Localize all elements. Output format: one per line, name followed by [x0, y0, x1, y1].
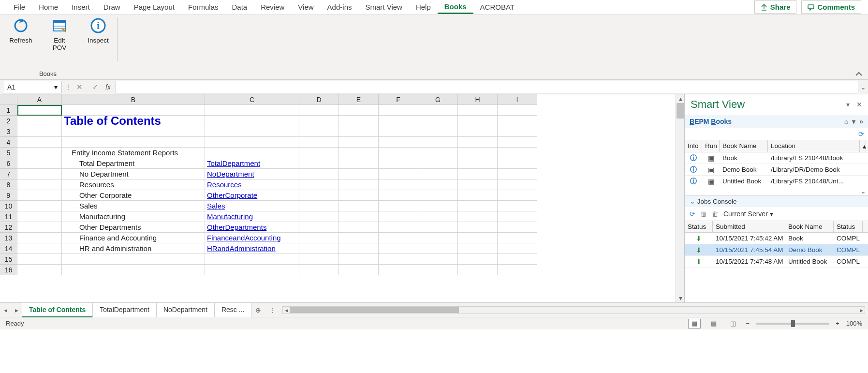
cell-C14[interactable]: HRandAdministration	[205, 243, 299, 254]
cell-A4[interactable]	[17, 137, 62, 148]
cell-G1[interactable]	[418, 105, 458, 116]
download-icon[interactable]: ⬇	[685, 235, 713, 242]
cell-H9[interactable]	[458, 190, 498, 201]
normal-view-icon[interactable]: ▦	[688, 319, 701, 328]
cell-I1[interactable]	[498, 105, 537, 116]
cell-G7[interactable]	[418, 169, 458, 179]
cell-F9[interactable]	[379, 190, 418, 201]
formula-input[interactable]	[116, 81, 858, 93]
cell-B12[interactable]: Other Departments	[62, 222, 205, 233]
cell-A16[interactable]	[17, 265, 62, 275]
cell-F11[interactable]	[379, 211, 418, 222]
cell-G14[interactable]	[418, 243, 458, 254]
cell-H16[interactable]	[458, 265, 498, 275]
cell-D9[interactable]	[299, 190, 339, 201]
cell-G15[interactable]	[418, 254, 458, 265]
info-icon[interactable]: ⓘ	[685, 165, 702, 174]
jobs-col-0[interactable]: Status	[685, 221, 713, 232]
cell-C7[interactable]: NoDepartment	[205, 169, 299, 179]
zoom-out-icon[interactable]: −	[746, 320, 750, 327]
cell-A12[interactable]	[17, 222, 62, 233]
cell-E15[interactable]	[339, 254, 379, 265]
cell-G3[interactable]	[418, 126, 458, 137]
row-header-1[interactable]: 1	[0, 105, 17, 116]
cell-A11[interactable]	[17, 211, 62, 222]
cell-F12[interactable]	[379, 222, 418, 233]
scroll-up-icon[interactable]: ▴	[676, 94, 685, 103]
sheet-tab-nodepartment[interactable]: NoDepartment	[156, 302, 215, 317]
book-row[interactable]: ⓘ ▣ Demo Book /Library/DR/Demo Book	[685, 164, 868, 176]
link[interactable]: HRandAdministration	[207, 244, 276, 253]
cell-G6[interactable]	[418, 158, 458, 169]
tab-data[interactable]: Data	[225, 1, 254, 13]
cell-G10[interactable]	[418, 201, 458, 211]
cell-H8[interactable]	[458, 179, 498, 190]
cell-E4[interactable]	[339, 137, 379, 148]
book-row[interactable]: ⓘ ▣ Book /Library/FS 210448/Book	[685, 152, 868, 164]
panel-close-icon[interactable]: ✕	[856, 101, 862, 108]
home-icon[interactable]: ⌂	[844, 118, 848, 125]
comments-button[interactable]: Comments	[801, 0, 861, 14]
row-header-11[interactable]: 11	[0, 211, 17, 222]
cell-E2[interactable]	[339, 116, 379, 126]
panel-options-icon[interactable]: ▾	[846, 101, 850, 108]
row-header-5[interactable]: 5	[0, 148, 17, 158]
row-header-7[interactable]: 7	[0, 169, 17, 179]
vscroll-thumb[interactable]	[677, 103, 684, 119]
cell-E11[interactable]	[339, 211, 379, 222]
tab-books[interactable]: Books	[438, 0, 473, 14]
cell-A6[interactable]	[17, 158, 62, 169]
cell-C5[interactable]	[205, 148, 299, 158]
column-header-A[interactable]: A	[17, 94, 62, 105]
tab-home[interactable]: Home	[32, 1, 65, 13]
cell-E10[interactable]	[339, 201, 379, 211]
cell-H1[interactable]	[458, 105, 498, 116]
tab-help[interactable]: Help	[409, 1, 438, 13]
cell-E6[interactable]	[339, 158, 379, 169]
zoom-in-icon[interactable]: +	[836, 320, 839, 327]
column-header-F[interactable]: F	[379, 94, 418, 105]
share-button[interactable]: Share	[754, 0, 797, 14]
cell-I7[interactable]	[498, 169, 537, 179]
cell-B2[interactable]: Table of Contents	[62, 116, 205, 126]
cell-I13[interactable]	[498, 233, 537, 243]
cell-H12[interactable]	[458, 222, 498, 233]
cell-F14[interactable]	[379, 243, 418, 254]
tab-smart-view[interactable]: Smart View	[358, 1, 409, 13]
cell-D2[interactable]	[299, 116, 339, 126]
delete-all-jobs-icon[interactable]: 🗑	[712, 210, 719, 218]
cell-H5[interactable]	[458, 148, 498, 158]
tab-add-ins[interactable]: Add-ins	[321, 1, 359, 13]
run-icon[interactable]: ▣	[702, 178, 720, 185]
cell-E7[interactable]	[339, 169, 379, 179]
cell-I2[interactable]	[498, 116, 537, 126]
refresh-books-icon[interactable]: ⟳	[858, 130, 864, 138]
job-row[interactable]: ⬇ 10/15/2021 7:45:42 AM Book COMPL	[685, 233, 868, 244]
sheet-menu-icon[interactable]: ⋮	[265, 306, 280, 314]
run-icon[interactable]: ▣	[702, 154, 720, 162]
cell-F10[interactable]	[379, 201, 418, 211]
cell-A1[interactable]	[17, 105, 62, 116]
cell-I9[interactable]	[498, 190, 537, 201]
cell-A14[interactable]	[17, 243, 62, 254]
cell-G11[interactable]	[418, 211, 458, 222]
current-server-dropdown[interactable]: Current Server ▾	[723, 210, 773, 218]
column-header-C[interactable]: C	[205, 94, 299, 105]
cell-D15[interactable]	[299, 254, 339, 265]
collapse-ribbon-icon[interactable]	[855, 72, 862, 76]
cell-F15[interactable]	[379, 254, 418, 265]
link[interactable]: Resources	[207, 180, 242, 189]
cell-C6[interactable]: TotalDepartment	[205, 158, 299, 169]
cell-G16[interactable]	[418, 265, 458, 275]
cell-I15[interactable]	[498, 254, 537, 265]
cell-C10[interactable]: Sales	[205, 201, 299, 211]
cell-G8[interactable]	[418, 179, 458, 190]
edit-pov-button[interactable]: EditPOV	[44, 17, 74, 51]
cell-D10[interactable]	[299, 201, 339, 211]
panel-menu-icon[interactable]: ▾	[852, 118, 855, 125]
cell-C15[interactable]	[205, 254, 299, 265]
cell-A3[interactable]	[17, 126, 62, 137]
cell-B4[interactable]	[62, 137, 205, 148]
cell-B3[interactable]	[62, 126, 205, 137]
cell-D13[interactable]	[299, 233, 339, 243]
